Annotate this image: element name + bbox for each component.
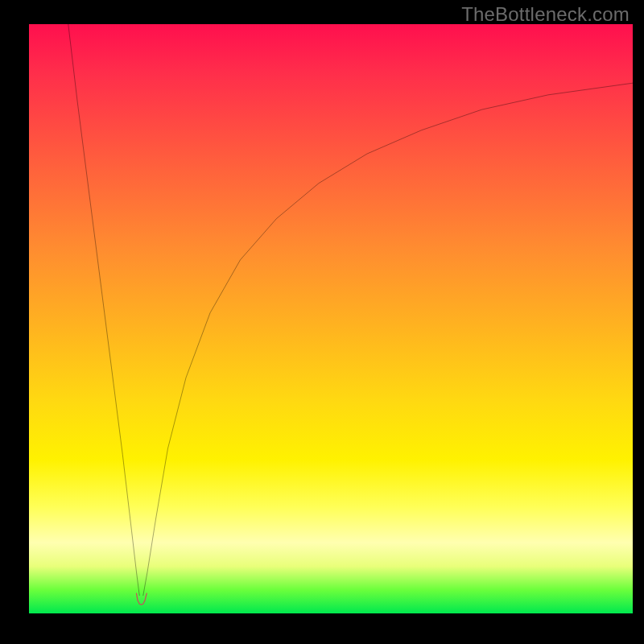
plot-area [29,24,633,613]
curve-right-branch [143,83,633,596]
curve-left-branch [68,24,140,596]
dip-marker [137,593,147,605]
chart-frame: TheBottleneck.com [0,0,644,644]
watermark-text: TheBottleneck.com [461,3,630,26]
curve-layer [29,24,633,613]
